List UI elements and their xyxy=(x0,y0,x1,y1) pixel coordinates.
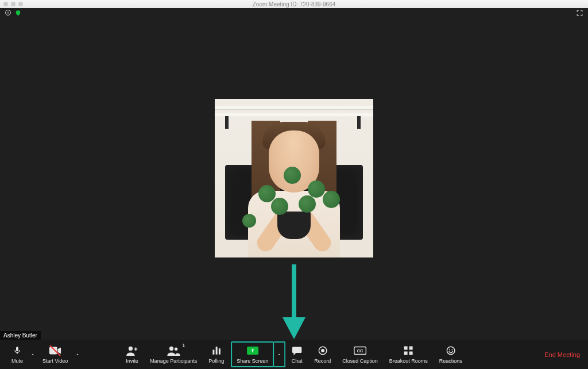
start-video-button[interactable]: Start Video xyxy=(37,342,74,367)
mute-button[interactable]: Mute xyxy=(6,342,29,367)
reactions-icon xyxy=(446,345,456,356)
chat-icon xyxy=(291,345,303,356)
window-title: Zoom Meeting ID: 720-839-9664 xyxy=(253,1,336,7)
svg-point-21 xyxy=(449,349,450,351)
start-video-label: Start Video xyxy=(42,358,68,364)
maximize-window-button[interactable] xyxy=(18,2,23,6)
record-button[interactable]: Record xyxy=(308,342,336,367)
fullscreen-icon[interactable] xyxy=(576,9,583,18)
invite-icon xyxy=(126,345,138,356)
participant-name-label: Ashley Butler xyxy=(0,331,41,340)
breakout-rooms-icon xyxy=(403,345,413,356)
svg-rect-18 xyxy=(404,352,408,355)
mute-label: Mute xyxy=(11,358,23,364)
video-area xyxy=(0,18,588,340)
svg-point-6 xyxy=(129,347,133,351)
chevron-up-icon xyxy=(276,352,282,358)
record-label: Record xyxy=(314,358,331,364)
chevron-up-icon xyxy=(30,352,36,358)
audio-options-chevron[interactable] xyxy=(29,342,37,367)
svg-point-7 xyxy=(169,347,173,351)
manage-participants-button[interactable]: 1 Manage Participants xyxy=(144,342,203,367)
breakout-rooms-button[interactable]: Breakout Rooms xyxy=(384,342,434,367)
closed-caption-icon: CC xyxy=(354,346,366,355)
chevron-up-icon xyxy=(75,352,80,358)
svg-rect-10 xyxy=(215,347,217,355)
polling-button[interactable]: Polling xyxy=(203,342,230,367)
encryption-icon[interactable] xyxy=(15,10,21,17)
invite-button[interactable]: Invite xyxy=(120,342,144,367)
reactions-button[interactable]: Reactions xyxy=(434,342,468,367)
closed-caption-label: Closed Caption xyxy=(342,358,378,364)
closed-caption-button[interactable]: CC Closed Caption xyxy=(336,342,384,367)
microphone-icon xyxy=(13,345,22,356)
svg-rect-17 xyxy=(409,347,413,350)
mac-titlebar: Zoom Meeting ID: 720-839-9664 xyxy=(0,0,588,8)
svg-point-13 xyxy=(321,349,324,352)
breakout-rooms-label: Breakout Rooms xyxy=(389,358,428,364)
svg-text:CC: CC xyxy=(357,348,363,353)
share-screen-label: Share Screen xyxy=(237,358,268,364)
reactions-label: Reactions xyxy=(439,358,462,364)
video-options-chevron[interactable] xyxy=(74,342,82,367)
bottom-toolbar: Mute Start Video Invite xyxy=(0,340,588,369)
svg-rect-11 xyxy=(218,348,220,355)
minimize-window-button[interactable] xyxy=(11,2,16,6)
polling-icon xyxy=(211,345,222,356)
manage-participants-label: Manage Participants xyxy=(150,358,197,364)
participants-icon xyxy=(167,345,180,356)
svg-rect-1 xyxy=(8,12,9,14)
participants-count-badge: 1 xyxy=(182,343,185,348)
chat-button[interactable]: Chat xyxy=(285,342,308,367)
meeting-window: Ashley Butler Mute Start Video xyxy=(0,8,588,369)
share-screen-button[interactable]: Share Screen xyxy=(231,341,274,367)
svg-point-20 xyxy=(447,347,455,355)
svg-rect-16 xyxy=(404,347,408,350)
svg-rect-19 xyxy=(409,352,413,355)
svg-rect-2 xyxy=(8,11,9,11)
end-meeting-button[interactable]: End Meeting xyxy=(542,348,582,362)
chat-label: Chat xyxy=(292,358,303,364)
polling-label: Polling xyxy=(208,358,224,364)
svg-point-8 xyxy=(175,348,177,351)
svg-rect-9 xyxy=(212,350,214,355)
share-screen-icon xyxy=(247,347,258,355)
close-window-button[interactable] xyxy=(3,2,8,6)
top-bar xyxy=(0,8,588,18)
info-icon[interactable] xyxy=(5,9,11,17)
invite-label: Invite xyxy=(126,358,138,364)
svg-point-22 xyxy=(451,349,452,351)
participant-video-tile[interactable] xyxy=(215,99,373,257)
share-options-chevron[interactable] xyxy=(274,341,285,367)
record-icon xyxy=(318,345,328,356)
